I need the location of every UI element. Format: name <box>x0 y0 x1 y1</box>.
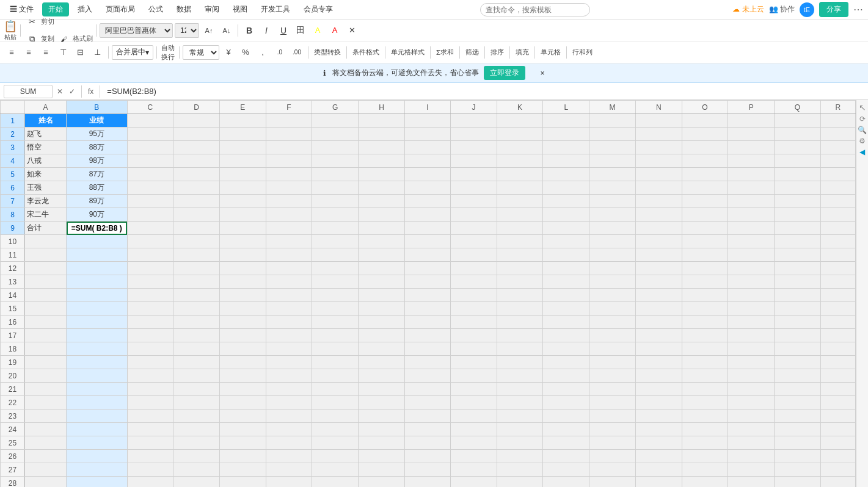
col-header-M[interactable]: M <box>589 101 636 114</box>
cell[interactable] <box>589 342 636 356</box>
col-header-O[interactable]: O <box>682 101 728 114</box>
cell[interactable] <box>451 235 497 248</box>
cell[interactable] <box>728 154 775 168</box>
cell[interactable] <box>451 409 497 423</box>
cell[interactable] <box>682 436 728 450</box>
cell[interactable] <box>728 128 775 141</box>
cell[interactable] <box>543 383 589 396</box>
col-header-A[interactable]: A <box>25 101 67 114</box>
cell[interactable] <box>312 235 359 248</box>
cell[interactable] <box>266 383 312 396</box>
cell[interactable] <box>728 396 775 409</box>
cell[interactable] <box>266 235 312 248</box>
cell[interactable] <box>359 195 405 208</box>
cell[interactable] <box>312 396 359 409</box>
cell[interactable] <box>312 436 359 450</box>
cell[interactable] <box>635 208 682 222</box>
cell[interactable] <box>173 302 220 316</box>
cell[interactable] <box>127 383 173 396</box>
cell[interactable] <box>682 409 728 423</box>
cell[interactable] <box>173 356 220 369</box>
row-header-9[interactable]: 9 <box>1 222 25 235</box>
cell[interactable] <box>451 463 497 477</box>
cell[interactable] <box>451 450 497 463</box>
cell[interactable] <box>728 477 775 488</box>
cell[interactable] <box>497 222 543 235</box>
cell[interactable] <box>404 396 450 409</box>
cell[interactable] <box>312 342 359 356</box>
cell[interactable] <box>404 383 450 396</box>
cell[interactable] <box>543 181 589 195</box>
cell[interactable] <box>543 423 589 436</box>
cell[interactable] <box>404 450 450 463</box>
type-convert-button[interactable]: 类型转换 <box>312 45 343 60</box>
cell[interactable] <box>497 396 543 409</box>
cell[interactable] <box>359 262 405 275</box>
row-header-11[interactable]: 11 <box>1 248 25 262</box>
cell[interactable] <box>173 154 220 168</box>
cell[interactable] <box>404 342 450 356</box>
cell[interactable] <box>635 195 682 208</box>
cell[interactable] <box>67 329 127 342</box>
cell[interactable] <box>775 195 821 208</box>
cell[interactable] <box>173 289 220 302</box>
cell[interactable]: 89万 <box>67 195 127 208</box>
cell[interactable] <box>25 262 67 275</box>
cell[interactable] <box>543 248 589 262</box>
cell[interactable] <box>451 383 497 396</box>
cell[interactable] <box>312 383 359 396</box>
cell[interactable] <box>220 302 266 316</box>
cell[interactable] <box>820 463 855 477</box>
cell[interactable] <box>127 195 173 208</box>
cell[interactable] <box>497 463 543 477</box>
cell[interactable] <box>635 302 682 316</box>
align-bottom-button[interactable]: ⊥ <box>89 45 105 60</box>
cell[interactable] <box>635 114 682 128</box>
cell[interactable] <box>820 128 855 141</box>
cell[interactable] <box>266 356 312 369</box>
menu-vip[interactable]: 会员专享 <box>299 2 338 17</box>
cell[interactable] <box>359 396 405 409</box>
cell[interactable] <box>359 154 405 168</box>
cell[interactable] <box>451 141 497 154</box>
cell[interactable] <box>451 396 497 409</box>
cell[interactable] <box>820 262 855 275</box>
cell[interactable] <box>266 396 312 409</box>
cell[interactable] <box>497 275 543 289</box>
cell[interactable] <box>589 195 636 208</box>
cell[interactable] <box>497 477 543 488</box>
cell[interactable] <box>589 154 636 168</box>
row-header-16[interactable]: 16 <box>1 316 25 329</box>
cell[interactable] <box>173 181 220 195</box>
cell[interactable] <box>404 275 450 289</box>
cell[interactable] <box>266 450 312 463</box>
cell[interactable] <box>312 409 359 423</box>
cell[interactable] <box>589 128 636 141</box>
cell[interactable] <box>451 436 497 450</box>
cell[interactable] <box>404 222 450 235</box>
cell[interactable]: 悟空 <box>25 141 67 154</box>
cell[interactable] <box>820 396 855 409</box>
comma-button[interactable]: , <box>255 45 271 60</box>
cell[interactable] <box>359 208 405 222</box>
cell[interactable] <box>220 477 266 488</box>
wrap-button[interactable]: 自动换行 <box>160 45 176 60</box>
cell[interactable] <box>404 409 450 423</box>
row-header-7[interactable]: 7 <box>1 195 25 208</box>
cell[interactable] <box>775 168 821 181</box>
cell[interactable] <box>728 181 775 195</box>
cell[interactable] <box>497 235 543 248</box>
cell[interactable] <box>589 436 636 450</box>
cell[interactable] <box>312 356 359 369</box>
cell[interactable] <box>820 383 855 396</box>
merge-button[interactable]: 合并居中▾ <box>112 45 153 60</box>
cell[interactable] <box>359 342 405 356</box>
cell[interactable] <box>728 114 775 128</box>
cell[interactable] <box>127 154 173 168</box>
percent-button[interactable]: % <box>238 45 253 60</box>
font-color-button[interactable]: A <box>327 23 343 38</box>
cell[interactable] <box>312 154 359 168</box>
cell[interactable] <box>775 114 821 128</box>
cell[interactable]: 业绩 <box>67 114 127 128</box>
cell[interactable] <box>451 154 497 168</box>
